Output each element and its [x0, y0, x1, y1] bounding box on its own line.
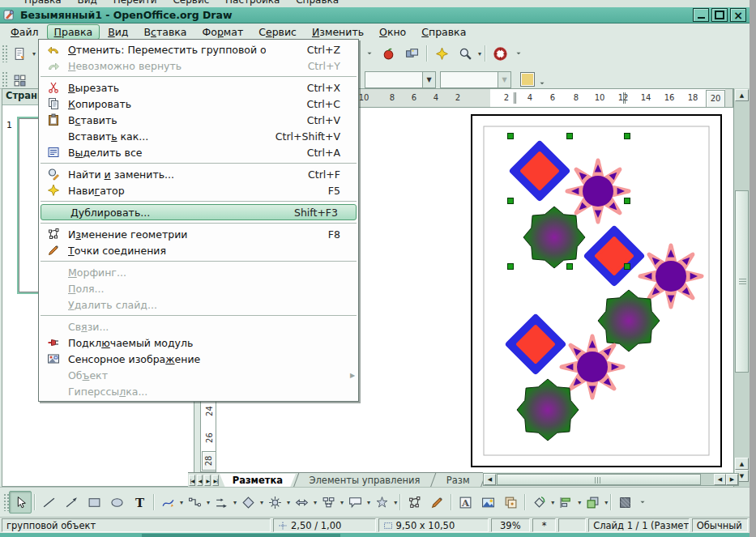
- rect-shape-button[interactable]: [83, 491, 105, 514]
- layer-tab-3[interactable]: Разм: [434, 474, 483, 488]
- callouts-button[interactable]: [344, 491, 366, 514]
- block-arrows-button[interactable]: [290, 491, 313, 514]
- menu-item[interactable]: Выделить всеCtrl+A: [39, 144, 358, 160]
- curve-button[interactable]: [156, 491, 179, 514]
- combobox-dropdown-icon[interactable]: ▼: [422, 72, 435, 87]
- cursor-button[interactable]: [9, 491, 32, 514]
- connector-button[interactable]: [183, 491, 206, 514]
- chevron-down-button[interactable]: [512, 47, 525, 60]
- menubar-item-6[interactable]: Сервис: [251, 24, 304, 40]
- spellcheck-button[interactable]: [377, 42, 399, 65]
- menu-item[interactable]: ВырезатьCtrl+X: [39, 79, 358, 96]
- text-button[interactable]: T: [128, 491, 151, 514]
- flowchart-button[interactable]: [317, 491, 340, 514]
- layer-tab-2[interactable]: Элементы управления: [296, 474, 433, 488]
- menubar-item-4[interactable]: Вставка: [136, 24, 194, 40]
- menu-item[interactable]: Отменить: Переместить групповой объектCt…: [39, 41, 358, 58]
- status-view-mode[interactable]: Обычный: [692, 518, 748, 532]
- menu-item[interactable]: Связи...: [39, 318, 358, 335]
- picture-button[interactable]: [476, 491, 499, 514]
- selection-handle[interactable]: [625, 264, 630, 270]
- toolbar-grip[interactable]: [2, 45, 7, 62]
- chevron-down-button[interactable]: [363, 47, 376, 60]
- basic-shapes-button[interactable]: [237, 491, 259, 514]
- menu-item[interactable]: Вставить как...Ctrl+Shift+V: [39, 128, 358, 144]
- edit-points-button[interactable]: [403, 491, 425, 514]
- line-arrow-button[interactable]: [210, 491, 233, 514]
- tab-prev-button[interactable]: ◀: [197, 475, 203, 486]
- dropdown-arrow-icon[interactable]: ▾: [394, 499, 397, 506]
- menu-item[interactable]: Поля...: [39, 280, 358, 296]
- menu-item[interactable]: Сенсорное изображение: [39, 351, 358, 367]
- menu-item[interactable]: Точки соединения: [39, 242, 358, 258]
- green-star-shape[interactable]: [517, 379, 579, 441]
- clone-button[interactable]: [499, 491, 522, 514]
- selection-handle[interactable]: [508, 264, 514, 270]
- menu-item[interactable]: Объект▶: [39, 367, 358, 383]
- menubar-item-2[interactable]: Правка: [47, 24, 100, 40]
- layer-tab-1[interactable]: Разметка: [220, 474, 296, 488]
- tab-next-button[interactable]: ▶: [204, 475, 211, 486]
- scroll-right-button[interactable]: ▶: [726, 474, 738, 485]
- pink-star-shape[interactable]: [567, 160, 629, 222]
- vertical-scrollbar[interactable]: ▲ ▲ ▼: [733, 88, 750, 487]
- menu-item[interactable]: Подключаемый модуль: [39, 335, 358, 351]
- effects-button[interactable]: [613, 491, 636, 514]
- pink-star-shape[interactable]: [562, 336, 623, 398]
- menu-item[interactable]: Дублировать...Shift+F3: [41, 204, 357, 220]
- minimize-button[interactable]: [693, 8, 709, 22]
- combobox-dropdown-icon[interactable]: ▼: [498, 72, 510, 87]
- titlebar[interactable]: Безымянный1 - OpenOffice.org Draw ×: [0, 7, 750, 23]
- align-button[interactable]: [554, 491, 577, 514]
- status-slide-info[interactable]: Слайд 1 / 1 (Разметка): [588, 518, 690, 532]
- selection-handle[interactable]: [567, 264, 573, 270]
- arrange-button[interactable]: [581, 491, 604, 514]
- scroll-left-button[interactable]: ◀: [484, 474, 496, 485]
- selection-handle[interactable]: [625, 198, 630, 204]
- status-zoom[interactable]: 39%: [491, 518, 530, 532]
- menu-item[interactable]: Невозможно вернутьCtrl+Y: [39, 58, 358, 74]
- menu-item[interactable]: Изменение геометрииF8: [39, 226, 358, 242]
- zoom-button[interactable]: [454, 42, 476, 65]
- status-position[interactable]: 2,50 / 1,00: [273, 518, 376, 532]
- help-button[interactable]: [489, 42, 511, 65]
- rotate-button[interactable]: [527, 491, 550, 514]
- line-style-combobox-2[interactable]: ▼: [440, 71, 511, 88]
- selection-handle[interactable]: [567, 134, 573, 139]
- menubar-item-9[interactable]: Справка: [414, 24, 473, 40]
- menubar-item-8[interactable]: Окно: [372, 24, 413, 40]
- menu-item[interactable]: ВставитьCtrl+V: [39, 112, 358, 128]
- dropdown-arrow-icon[interactable]: ▾: [32, 50, 36, 58]
- dropdown-arrow-icon[interactable]: ▾: [478, 50, 481, 58]
- gallery-button[interactable]: [400, 42, 423, 65]
- horizontal-scroll-thumb[interactable]: [497, 474, 701, 485]
- toolbar-grip[interactable]: [2, 71, 7, 89]
- close-button[interactable]: ×: [730, 8, 746, 22]
- scroll-up-button-bottom[interactable]: ▲: [735, 458, 749, 470]
- menubar-item-7[interactable]: Изменить: [305, 24, 371, 40]
- menu-item[interactable]: Морфинг...: [39, 264, 358, 280]
- scroll-left-button-2[interactable]: ◀: [714, 474, 726, 485]
- selection-handle[interactable]: [625, 134, 630, 139]
- horizontal-scroll-track[interactable]: [496, 474, 714, 485]
- vertical-scroll-thumb[interactable]: [735, 190, 749, 373]
- menu-item[interactable]: НавигаторF5: [39, 182, 358, 198]
- menubar-item-5[interactable]: Формат: [194, 24, 250, 40]
- navigator-button[interactable]: [430, 42, 453, 65]
- dropdown-arrow-icon[interactable]: ▾: [604, 499, 608, 506]
- menu-item[interactable]: Удалить слайд...: [39, 296, 358, 313]
- menu-item[interactable]: Найти и заменить...Ctrl+F: [39, 166, 358, 182]
- scroll-up-button[interactable]: ▲: [735, 89, 749, 101]
- line-button[interactable]: [37, 491, 60, 514]
- arrow-button[interactable]: [60, 491, 83, 514]
- new-doc-button[interactable]: [8, 42, 31, 65]
- green-star-shape[interactable]: [523, 207, 585, 268]
- pink-star-shape[interactable]: [640, 245, 702, 307]
- menubar-item-1[interactable]: Файл: [3, 24, 46, 40]
- tab-first-button[interactable]: |◀: [189, 475, 195, 486]
- selection-handle[interactable]: [508, 198, 514, 204]
- menubar-item-3[interactable]: Вид: [100, 24, 135, 40]
- chevron-down-button[interactable]: [636, 496, 649, 509]
- status-size[interactable]: 9,50 x 10,50: [378, 518, 489, 532]
- green-star-shape[interactable]: [598, 290, 660, 352]
